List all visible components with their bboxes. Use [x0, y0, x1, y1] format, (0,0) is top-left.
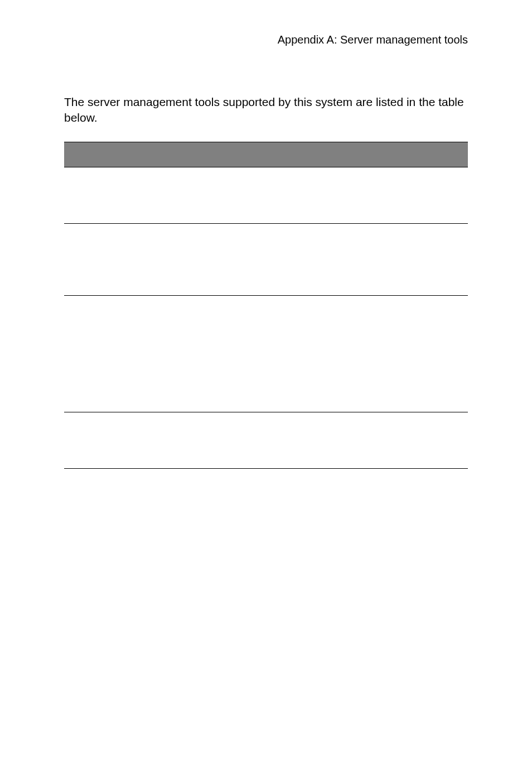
page: Appendix A: Server management tools The … — [0, 0, 532, 764]
table-row — [64, 412, 468, 469]
tools-table — [64, 142, 468, 469]
table-row — [64, 167, 468, 224]
running-head: Appendix A: Server management tools — [64, 33, 468, 46]
table-header-row — [64, 142, 468, 167]
table-row — [64, 296, 468, 412]
intro-paragraph: The server management tools supported by… — [64, 94, 466, 126]
table-row — [64, 224, 468, 296]
